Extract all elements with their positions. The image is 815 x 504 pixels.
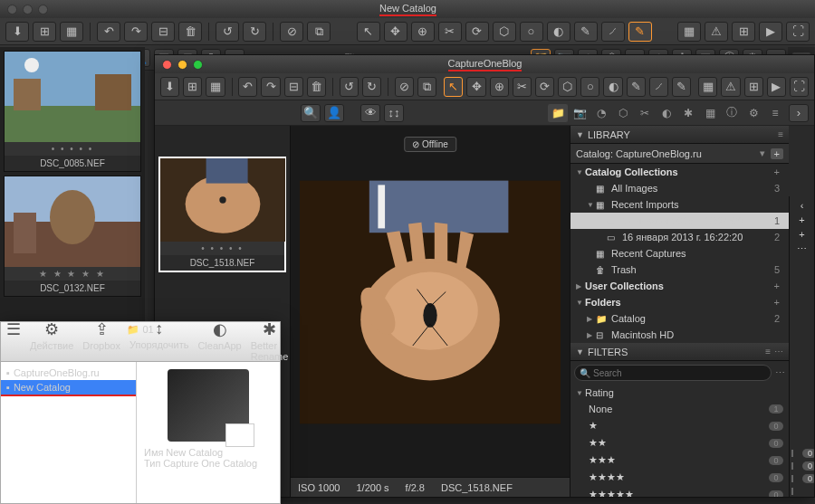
tree-item[interactable]: ▶⊟Macintosh HD [570,327,789,343]
color-tag-row[interactable]: Yellow0 [791,461,812,471]
chevron-right-icon[interactable]: › [789,104,809,122]
undo-button[interactable]: ↺ [216,22,239,42]
picker-button[interactable]: ✎ [628,22,652,42]
rotate-button[interactable]: ⟳ [535,77,554,97]
close-icon[interactable] [7,5,17,14]
tool-tab[interactable]: ⬡ [613,104,633,122]
finder-file-row[interactable]: ▪New Catalog [1,380,136,396]
keystone-button[interactable]: ⬡ [493,22,516,42]
output-button[interactable]: ⊞ [732,22,755,42]
tree-item[interactable]: ▭16 января 2013 г. 16:22:202 [570,229,789,245]
warning-icon[interactable]: ⚠ [705,22,728,42]
loupe-button[interactable]: 🔍 [301,104,321,122]
traffic-lights[interactable] [0,1,55,18]
reset-button[interactable]: ⊘ [395,77,414,97]
erase-button[interactable]: ⟋ [601,22,625,42]
tree-item[interactable]: ▶📁Catalog2 [570,310,789,327]
tool-button[interactable]: ⊞ [183,77,202,97]
filters-header[interactable]: ▼ FILTERS ≡⋯ [570,343,789,361]
tool-tab[interactable]: ✱ [678,104,698,122]
tool-tab[interactable]: ◔ [591,104,611,122]
rotate-button[interactable]: ⟳ [465,22,489,42]
tool-button[interactable]: ⊟ [151,22,175,42]
finder-file-row[interactable]: ▪CaptureOneBlog.ru [1,366,136,380]
keystone-button[interactable]: ⬡ [558,77,577,97]
rating-filter-row[interactable]: None1 [570,401,789,417]
mask-button[interactable]: ◐ [603,77,622,97]
undo-button[interactable]: ↺ [340,77,359,97]
move-button[interactable]: ✥ [384,22,408,42]
tool-tab[interactable]: 📷 [570,104,590,122]
close-icon[interactable] [162,60,172,70]
import-button[interactable]: ⬇ [160,77,179,97]
tool-button[interactable]: ⊟ [284,77,303,97]
menu-icon[interactable]: ≡ [765,347,771,357]
slide-button[interactable]: ▶ [759,22,782,42]
zoom-button[interactable]: ⊕ [490,77,509,97]
redo-button[interactable]: ↻ [243,22,266,42]
tool-tab[interactable]: ✂ [635,104,655,122]
tool-tab[interactable]: ⓘ [722,104,742,122]
menu-icon[interactable]: ≡ [778,129,783,139]
spot-button[interactable]: ○ [580,77,599,97]
tree-item[interactable]: ▼▦Recent Imports [570,196,789,213]
rating-filter-row[interactable]: ★★★★★0 [570,486,789,497]
minimize-icon[interactable] [23,5,33,14]
sort-button[interactable]: ↕↕ [384,104,404,122]
expand-button[interactable]: ⋯ [797,243,807,255]
minimize-icon[interactable] [177,60,187,70]
output-button[interactable]: ⊞ [744,77,763,97]
rotate-left-button[interactable]: ↶ [238,77,257,97]
section-header[interactable]: ▶User Collections+ [570,278,789,294]
plus-button[interactable]: + [799,214,804,225]
tool-tab[interactable]: ⚙ [743,104,763,122]
thumbnail-selected[interactable]: • • • • • DSC_1518.NEF [158,157,286,272]
rating-filter-row[interactable]: ★0 [570,417,789,434]
zoom-icon[interactable] [38,5,48,14]
tree-item[interactable]: ▭17 января 2013 г. 12:24:091 [570,213,789,229]
erase-button[interactable]: ⟋ [649,77,668,97]
tree-item[interactable]: ▦Recent Captures [570,245,789,262]
import-button[interactable]: ⬇ [5,22,29,42]
rating-filter-row[interactable]: ★★0 [570,434,789,452]
crop-button[interactable]: ✂ [438,22,462,42]
rotate-right-button[interactable]: ↷ [261,77,280,97]
brush-button[interactable]: ✎ [574,22,598,42]
color-tag-row[interactable]: Orange0 [791,448,812,459]
color-tag-row[interactable]: Blue [791,486,812,497]
expand-button[interactable]: ⛶ [790,77,809,97]
tool-tab[interactable]: 📁 [548,104,568,122]
view-button[interactable]: 👁 [360,104,380,122]
rotate-left-button[interactable]: ↶ [97,22,120,42]
tool-tab[interactable]: ◐ [657,104,676,122]
chevron-left-icon[interactable]: ‹ [801,200,804,211]
layout-button[interactable]: ▦ [698,77,717,97]
spot-button[interactable]: ○ [520,22,543,42]
more-icon[interactable]: ⋯ [774,347,783,357]
rotate-right-button[interactable]: ↷ [124,22,148,42]
section-header[interactable]: ▼Catalog Collections+ [570,164,789,180]
expand-button[interactable]: ⛶ [786,22,810,42]
layout-button[interactable]: ▦ [677,22,701,42]
rating-header[interactable]: ▼Rating [570,385,789,401]
search-input[interactable] [574,365,772,381]
rating-filter-row[interactable]: ★★★★0 [570,469,789,486]
crop-button[interactable]: ✂ [513,77,532,97]
tool-button[interactable]: ⊞ [33,22,56,42]
cursor-button[interactable]: ↖ [357,22,380,42]
rating-filter-row[interactable]: ★★★0 [570,452,789,469]
thumbnail[interactable]: ★ ★ ★ ★ ★ DSC_0132.NEF [4,176,141,297]
tree-item[interactable]: ▦All Images3 [570,180,789,196]
move-button[interactable]: ✥ [466,77,485,97]
tool-button[interactable]: ▦ [60,22,83,42]
mask-button[interactable]: ◐ [547,22,570,42]
tool-tab[interactable]: ≡ [765,104,785,122]
traffic-lights[interactable] [155,56,210,73]
color-tag-row[interactable]: Green0 [791,473,812,484]
picker-button[interactable]: ✎ [672,77,691,97]
copy-button[interactable]: ⧉ [417,77,436,97]
rating-stars[interactable]: • • • • • [5,142,140,156]
library-header[interactable]: ▼ LIBRARY ≡ [570,126,789,144]
more-icon[interactable]: ⋯ [775,367,785,379]
person-button[interactable]: 👤 [324,104,344,122]
